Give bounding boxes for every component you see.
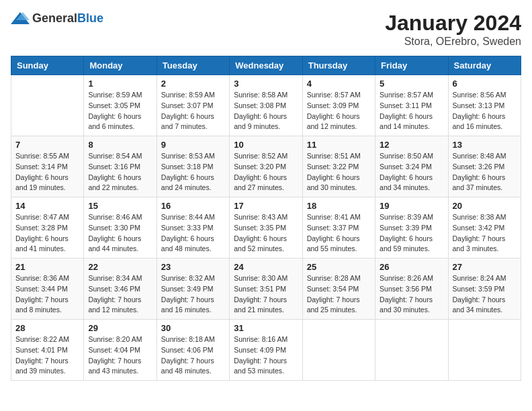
sunset-line: Sunset: 3:09 PM (307, 101, 371, 111)
sunset-line: Sunset: 3:28 PM (15, 223, 79, 234)
calendar-cell: 28Sunrise: 8:22 AMSunset: 4:01 PMDayligh… (11, 320, 84, 381)
daylight-line: Daylight: 6 hours and 9 minutes. (234, 111, 298, 133)
calendar-cell: 1Sunrise: 8:59 AMSunset: 3:05 PMDaylight… (84, 75, 157, 136)
calendar-cell: 4Sunrise: 8:57 AMSunset: 3:09 PMDaylight… (302, 75, 375, 136)
sunset-line: Sunset: 3:05 PM (88, 101, 152, 111)
day-number: 21 (15, 262, 79, 272)
day-detail: Sunrise: 8:26 AMSunset: 3:56 PMDaylight:… (380, 273, 443, 316)
sunset-line: Sunset: 4:01 PM (15, 345, 79, 356)
sunset-line: Sunset: 4:06 PM (161, 345, 225, 356)
calendar-cell: 17Sunrise: 8:43 AMSunset: 3:35 PMDayligh… (230, 197, 302, 259)
day-number: 31 (234, 323, 298, 333)
sunset-line: Sunset: 3:33 PM (161, 223, 225, 234)
sunrise-line: Sunrise: 8:46 AM (88, 212, 152, 223)
daylight-line: Daylight: 7 hours and 16 minutes. (161, 295, 225, 316)
calendar-cell: 20Sunrise: 8:38 AMSunset: 3:42 PMDayligh… (448, 197, 521, 259)
sunset-line: Sunset: 3:44 PM (15, 284, 79, 295)
day-detail: Sunrise: 8:58 AMSunset: 3:08 PMDaylight:… (234, 90, 298, 132)
daylight-line: Daylight: 7 hours and 25 minutes. (307, 295, 371, 316)
sunrise-line: Sunrise: 8:22 AM (15, 334, 79, 345)
day-detail: Sunrise: 8:16 AMSunset: 4:09 PMDaylight:… (234, 334, 298, 377)
daylight-line: Daylight: 7 hours and 8 minutes. (15, 295, 79, 316)
weekday-header-sunday: Sunday (11, 56, 84, 75)
calendar-cell: 2Sunrise: 8:59 AMSunset: 3:07 PMDaylight… (157, 75, 229, 136)
calendar-cell (375, 320, 448, 381)
daylight-line: Daylight: 6 hours and 30 minutes. (307, 173, 371, 194)
sunrise-line: Sunrise: 8:53 AM (161, 151, 225, 162)
day-number: 6 (453, 79, 517, 89)
calendar-cell: 10Sunrise: 8:52 AMSunset: 3:20 PMDayligh… (230, 136, 302, 197)
sunset-line: Sunset: 3:39 PM (380, 223, 443, 234)
weekday-header-friday: Friday (375, 56, 448, 75)
daylight-line: Daylight: 7 hours and 43 minutes. (88, 356, 152, 377)
day-detail: Sunrise: 8:22 AMSunset: 4:01 PMDaylight:… (15, 334, 79, 377)
calendar-cell: 12Sunrise: 8:50 AMSunset: 3:24 PMDayligh… (375, 136, 448, 197)
day-number: 2 (161, 79, 225, 89)
logo-blue: Blue (77, 11, 103, 25)
day-detail: Sunrise: 8:39 AMSunset: 3:39 PMDaylight:… (380, 212, 443, 255)
day-detail: Sunrise: 8:48 AMSunset: 3:26 PMDaylight:… (453, 151, 517, 193)
calendar-cell: 23Sunrise: 8:32 AMSunset: 3:49 PMDayligh… (157, 259, 229, 320)
weekday-header-wednesday: Wednesday (230, 56, 302, 75)
daylight-line: Daylight: 7 hours and 53 minutes. (234, 356, 298, 377)
day-number: 5 (380, 79, 443, 89)
sunset-line: Sunset: 3:08 PM (234, 101, 298, 111)
sunset-line: Sunset: 3:49 PM (161, 284, 225, 295)
day-detail: Sunrise: 8:56 AMSunset: 3:13 PMDaylight:… (453, 90, 517, 132)
day-detail: Sunrise: 8:47 AMSunset: 3:28 PMDaylight:… (15, 212, 79, 255)
calendar-cell: 16Sunrise: 8:44 AMSunset: 3:33 PMDayligh… (157, 197, 229, 259)
calendar-cell (302, 320, 375, 381)
daylight-line: Daylight: 6 hours and 37 minutes. (453, 173, 517, 194)
weekday-header-saturday: Saturday (448, 56, 521, 75)
daylight-line: Daylight: 6 hours and 27 minutes. (234, 173, 298, 194)
sunrise-line: Sunrise: 8:57 AM (380, 90, 443, 101)
daylight-line: Daylight: 6 hours and 59 minutes. (380, 234, 443, 255)
generalblue-logo-icon (11, 11, 30, 26)
sunset-line: Sunset: 3:22 PM (307, 162, 371, 173)
day-detail: Sunrise: 8:57 AMSunset: 3:09 PMDaylight:… (307, 90, 371, 132)
daylight-line: Daylight: 6 hours and 44 minutes. (88, 234, 152, 255)
sunrise-line: Sunrise: 8:51 AM (307, 151, 371, 162)
sunrise-line: Sunrise: 8:20 AM (88, 334, 152, 345)
daylight-line: Daylight: 6 hours and 7 minutes. (161, 111, 225, 133)
daylight-line: Daylight: 6 hours and 41 minutes. (15, 234, 79, 255)
daylight-line: Daylight: 6 hours and 34 minutes. (380, 173, 443, 194)
calendar-cell: 29Sunrise: 8:20 AMSunset: 4:04 PMDayligh… (84, 320, 157, 381)
sunrise-line: Sunrise: 8:48 AM (453, 151, 517, 162)
sunrise-line: Sunrise: 8:16 AM (234, 334, 298, 345)
calendar-cell (11, 75, 84, 136)
calendar-cell: 18Sunrise: 8:41 AMSunset: 3:37 PMDayligh… (302, 197, 375, 259)
title-block: January 2024 Stora, OErebro, Sweden (385, 11, 521, 48)
logo: GeneralBlue (11, 11, 103, 26)
day-detail: Sunrise: 8:32 AMSunset: 3:49 PMDaylight:… (161, 273, 225, 316)
sunset-line: Sunset: 3:16 PM (88, 162, 152, 173)
day-detail: Sunrise: 8:36 AMSunset: 3:44 PMDaylight:… (15, 273, 79, 316)
sunset-line: Sunset: 4:04 PM (88, 345, 152, 356)
day-number: 20 (453, 201, 517, 211)
daylight-line: Daylight: 7 hours and 30 minutes. (380, 295, 443, 316)
calendar-cell: 30Sunrise: 8:18 AMSunset: 4:06 PMDayligh… (157, 320, 229, 381)
day-number: 22 (88, 262, 152, 272)
sunset-line: Sunset: 3:59 PM (453, 284, 517, 295)
calendar-week-2: 7Sunrise: 8:55 AMSunset: 3:14 PMDaylight… (11, 136, 521, 197)
sunrise-line: Sunrise: 8:57 AM (307, 90, 371, 101)
day-number: 30 (161, 323, 225, 333)
day-number: 16 (161, 201, 225, 211)
day-detail: Sunrise: 8:43 AMSunset: 3:35 PMDaylight:… (234, 212, 298, 255)
day-detail: Sunrise: 8:51 AMSunset: 3:22 PMDaylight:… (307, 151, 371, 193)
day-detail: Sunrise: 8:52 AMSunset: 3:20 PMDaylight:… (234, 151, 298, 193)
calendar-cell: 7Sunrise: 8:55 AMSunset: 3:14 PMDaylight… (11, 136, 84, 197)
day-detail: Sunrise: 8:57 AMSunset: 3:11 PMDaylight:… (380, 90, 443, 132)
sunrise-line: Sunrise: 8:59 AM (88, 90, 152, 101)
daylight-line: Daylight: 7 hours and 34 minutes. (453, 295, 517, 316)
sunset-line: Sunset: 3:14 PM (15, 162, 79, 173)
day-number: 9 (161, 140, 225, 150)
sunset-line: Sunset: 3:30 PM (88, 223, 152, 234)
day-number: 13 (453, 140, 517, 150)
weekday-header-thursday: Thursday (302, 56, 375, 75)
day-detail: Sunrise: 8:55 AMSunset: 3:14 PMDaylight:… (15, 151, 79, 193)
day-number: 26 (380, 262, 443, 272)
calendar-subtitle: Stora, OErebro, Sweden (385, 36, 521, 48)
weekday-header-monday: Monday (84, 56, 157, 75)
day-detail: Sunrise: 8:46 AMSunset: 3:30 PMDaylight:… (88, 212, 152, 255)
